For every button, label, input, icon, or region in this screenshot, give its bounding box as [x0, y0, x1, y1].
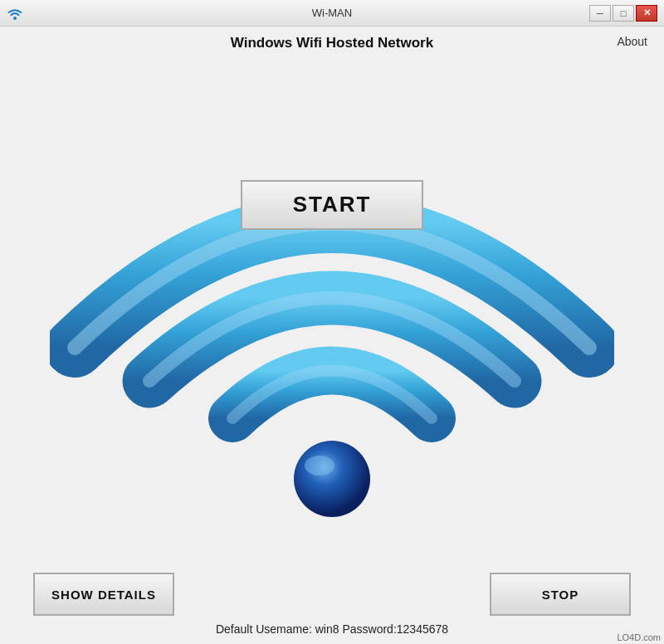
close-button[interactable]: ✕ — [636, 5, 657, 22]
show-details-button[interactable]: SHOW DETAILS — [33, 573, 174, 616]
main-window: Windows Wifi Hosted Network About — [0, 27, 664, 644]
title-bar-title: Wi-MAN — [312, 7, 352, 19]
minimize-button[interactable]: ─ — [589, 5, 611, 22]
watermark: LO4D.com — [617, 632, 661, 642]
svg-point-1 — [294, 441, 370, 517]
title-bar-controls: ─ □ ✕ — [589, 5, 657, 22]
title-bar-left — [7, 5, 23, 22]
start-button[interactable]: START — [241, 180, 423, 230]
wifi-area: START — [17, 56, 647, 589]
wifi-graphic: START — [50, 124, 614, 522]
restore-button[interactable]: □ — [613, 5, 634, 22]
title-bar: Wi-MAN ─ □ ✕ — [0, 0, 664, 27]
bottom-buttons-row: SHOW DETAILS STOP — [17, 573, 647, 616]
wifi-icon — [7, 5, 23, 22]
stop-button[interactable]: STOP — [490, 573, 631, 616]
svg-point-2 — [305, 456, 334, 476]
svg-point-0 — [13, 17, 17, 20]
window-header: Windows Wifi Hosted Network About — [17, 35, 647, 51]
about-link[interactable]: About — [617, 35, 647, 48]
footer-text: Default Usemame: win8 Password:12345678 — [216, 622, 448, 636]
window-title: Windows Wifi Hosted Network — [231, 35, 433, 51]
